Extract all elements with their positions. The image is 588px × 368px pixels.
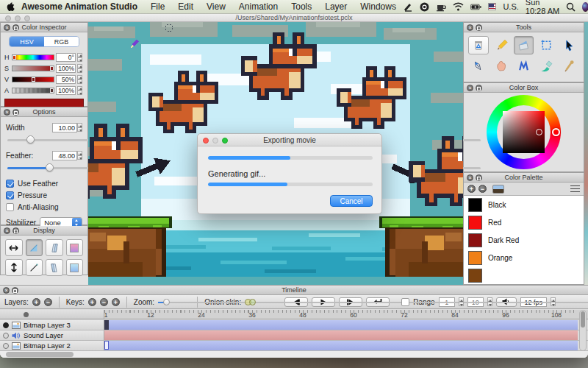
- duplicate-key-button[interactable]: +: [112, 298, 120, 306]
- hue-ring-selector[interactable]: [552, 128, 560, 136]
- panel-detach-icon[interactable]: [12, 227, 19, 234]
- clear-tool-button[interactable]: [468, 36, 489, 54]
- range-from-stepper[interactable]: [459, 297, 464, 306]
- input-language-flag[interactable]: [488, 3, 496, 10]
- input-language-label[interactable]: U.S.: [503, 2, 518, 11]
- cancel-button[interactable]: Cancel: [330, 195, 373, 207]
- palette-row[interactable]: Red: [464, 213, 584, 231]
- add-layer-button[interactable]: +: [32, 298, 40, 306]
- cup-status-icon[interactable]: [436, 1, 446, 12]
- layer-visibility-dot[interactable]: [3, 343, 9, 349]
- range-to-stepper[interactable]: [487, 297, 492, 306]
- hue-value[interactable]: 0°: [56, 53, 76, 62]
- eyedropper-tool-button[interactable]: [559, 57, 579, 75]
- apple-menu-icon[interactable]: [6, 1, 15, 12]
- timeline-ruler[interactable]: 1 12 24 36 48 60 72 84 96 108: [0, 310, 588, 319]
- value-value[interactable]: 50%: [56, 75, 76, 84]
- width-stepper[interactable]: [77, 123, 82, 132]
- smudge-tool-button[interactable]: [491, 57, 512, 75]
- layer-row[interactable]: Bitmap Layer 2: [0, 341, 588, 351]
- menu-clock[interactable]: Sun 10:28 AM: [526, 0, 560, 15]
- spotlight-icon[interactable]: [566, 1, 576, 12]
- remove-key-button[interactable]: −: [100, 298, 108, 306]
- palette-row[interactable]: Orange: [464, 249, 584, 266]
- palette-options-icon[interactable]: [570, 185, 580, 193]
- remove-color-button[interactable]: −: [478, 185, 487, 193]
- palette-row[interactable]: Dark Red: [464, 231, 584, 249]
- minimize-window-button[interactable]: [15, 15, 21, 21]
- close-window-button[interactable]: [5, 15, 11, 21]
- feather-stepper[interactable]: [77, 151, 82, 160]
- keyframe-cell[interactable]: [104, 341, 109, 350]
- mirror-vertical-button[interactable]: [5, 259, 23, 276]
- anti-aliasing-checkbox[interactable]: [6, 203, 14, 211]
- saturation-value[interactable]: 100%: [56, 64, 76, 73]
- move-tool-button[interactable]: [559, 36, 579, 54]
- app-status-icon[interactable]: [420, 1, 429, 12]
- width-slider[interactable]: [7, 135, 81, 145]
- hue-stepper[interactable]: [77, 53, 82, 62]
- drawing-canvas[interactable]: Exporting movie Generating gif... Cancel: [88, 22, 463, 285]
- layer-row[interactable]: Bitmap Layer 3: [0, 320, 588, 330]
- flip-view-button[interactable]: [26, 239, 43, 256]
- panel-detach-icon[interactable]: [12, 287, 18, 294]
- menu-edit[interactable]: Edit: [171, 1, 200, 12]
- layer-visibility-dot[interactable]: [3, 322, 9, 328]
- sv-selector[interactable]: [536, 129, 542, 135]
- layer-track[interactable]: [104, 341, 578, 350]
- dialog-title-bar[interactable]: Exporting movie: [198, 134, 381, 146]
- dialog-minimize-button[interactable]: [212, 138, 218, 144]
- layer-track[interactable]: [104, 320, 578, 330]
- use-feather-checkbox[interactable]: [6, 180, 14, 188]
- wifi-icon[interactable]: [453, 1, 464, 12]
- range-checkbox[interactable]: [401, 298, 409, 306]
- overlay-blue-button[interactable]: [66, 259, 84, 276]
- mirror-horizontal-button[interactable]: [5, 239, 23, 256]
- palette-row[interactable]: Black: [464, 196, 584, 213]
- select-tool-button[interactable]: [536, 36, 556, 54]
- tab-hsv[interactable]: HSV: [10, 37, 44, 46]
- brush-tool-button[interactable]: [536, 57, 556, 75]
- panel-close-icon[interactable]: ×: [467, 85, 473, 91]
- menu-tools[interactable]: Tools: [284, 1, 318, 12]
- panel-close-icon[interactable]: ×: [4, 227, 10, 234]
- panel-detach-icon[interactable]: [476, 24, 482, 31]
- tab-rgb[interactable]: RGB: [44, 37, 79, 46]
- zoom-window-button[interactable]: [24, 15, 30, 21]
- panel-detach-icon[interactable]: [12, 109, 19, 116]
- layer-row[interactable]: Sound Layer: [0, 330, 588, 341]
- layer-track[interactable]: [104, 330, 578, 340]
- next-frame-view-button[interactable]: [46, 259, 63, 276]
- timeline-zoom-slider[interactable]: [158, 298, 190, 306]
- previous-frame-view-button[interactable]: [46, 239, 63, 256]
- panel-close-icon[interactable]: ×: [467, 174, 473, 181]
- eraser-tool-button[interactable]: [514, 36, 534, 54]
- pressure-checkbox[interactable]: [6, 191, 14, 199]
- siri-icon[interactable]: [582, 2, 588, 12]
- alpha-value[interactable]: 100%: [56, 86, 76, 95]
- pencil-tool-button[interactable]: [491, 36, 512, 54]
- dialog-close-button[interactable]: [203, 138, 209, 144]
- fps-stepper[interactable]: [551, 297, 556, 306]
- battery-icon[interactable]: [470, 1, 481, 12]
- value-stepper[interactable]: [77, 75, 82, 84]
- alpha-stepper[interactable]: [77, 86, 82, 95]
- menu-layer[interactable]: Layer: [318, 1, 354, 12]
- saturation-slider[interactable]: [12, 66, 54, 71]
- panel-close-icon[interactable]: ×: [4, 24, 10, 31]
- alpha-slider[interactable]: [12, 88, 54, 93]
- saturation-stepper[interactable]: [77, 64, 82, 73]
- swatch-view-button[interactable]: [492, 185, 504, 194]
- keyframe-cell[interactable]: [104, 320, 109, 330]
- panel-detach-icon[interactable]: [476, 174, 482, 181]
- overlay-pink-button[interactable]: [66, 239, 84, 256]
- panel-close-icon[interactable]: ×: [467, 24, 473, 31]
- remove-layer-button[interactable]: −: [44, 298, 52, 306]
- camera-dot-icon[interactable]: [24, 312, 29, 317]
- panel-detach-icon[interactable]: [476, 85, 482, 91]
- menu-app-name[interactable]: Awesome Animation Studio: [15, 1, 144, 12]
- menu-animation[interactable]: Animation: [232, 1, 284, 12]
- feather-slider[interactable]: [7, 163, 81, 173]
- vertical-scrollbar[interactable]: [579, 310, 587, 351]
- pen-tool-button[interactable]: [468, 57, 489, 75]
